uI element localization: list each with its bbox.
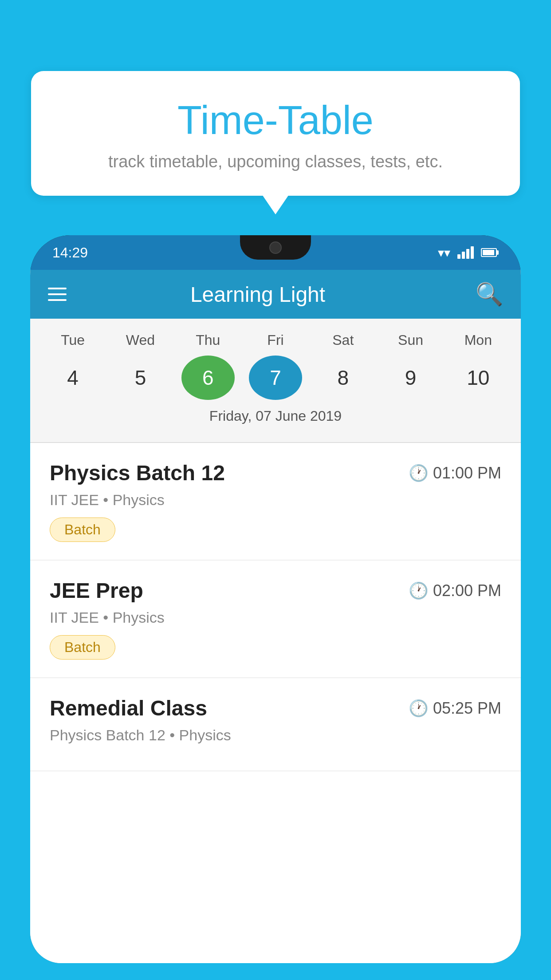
schedule-item-3-subtitle: Physics Batch 12 • Physics xyxy=(50,727,501,744)
day-6-today[interactable]: 6 xyxy=(181,356,235,400)
day-name-fri: Fri xyxy=(249,332,302,348)
day-number-row: 4 5 6 7 8 9 10 xyxy=(30,356,521,400)
status-icons: ▾▾ xyxy=(438,245,499,260)
schedule-list: Physics Batch 12 🕐 01:00 PM IIT JEE • Ph… xyxy=(30,443,521,963)
schedule-item-3-header: Remedial Class 🕐 05:25 PM xyxy=(50,696,501,720)
search-icon[interactable]: 🔍 xyxy=(476,281,503,307)
wifi-icon: ▾▾ xyxy=(438,245,450,260)
tooltip-title: Time-Table xyxy=(53,98,498,143)
schedule-item-2-title: JEE Prep xyxy=(50,578,143,603)
battery-icon xyxy=(481,248,499,257)
day-8[interactable]: 8 xyxy=(316,356,370,400)
status-time: 14:29 xyxy=(52,245,88,261)
schedule-item-1-header: Physics Batch 12 🕐 01:00 PM xyxy=(50,461,501,485)
day-10[interactable]: 10 xyxy=(452,356,505,400)
app-title: Learning Light xyxy=(40,282,476,307)
day-9[interactable]: 9 xyxy=(384,356,437,400)
day-name-row: Tue Wed Thu Fri Sat Sun Mon xyxy=(30,332,521,348)
schedule-item-2[interactable]: JEE Prep 🕐 02:00 PM IIT JEE • Physics Ba… xyxy=(30,561,521,678)
schedule-item-1-time: 🕐 01:00 PM xyxy=(409,464,501,482)
clock-icon-2: 🕐 xyxy=(409,581,429,600)
tooltip-card: Time-Table track timetable, upcoming cla… xyxy=(31,71,520,196)
status-bar: 14:29 ▾▾ xyxy=(30,235,521,270)
schedule-item-2-time: 🕐 02:00 PM xyxy=(409,581,501,600)
schedule-item-2-subtitle: IIT JEE • Physics xyxy=(50,609,501,626)
day-name-thu: Thu xyxy=(181,332,235,348)
day-7-selected[interactable]: 7 xyxy=(249,356,302,400)
schedule-item-2-header: JEE Prep 🕐 02:00 PM xyxy=(50,578,501,603)
phone-screen: Learning Light 🔍 Tue Wed Thu Fri Sat Sun… xyxy=(30,270,521,963)
notch-camera xyxy=(269,241,282,254)
schedule-item-1-subtitle: IIT JEE • Physics xyxy=(50,491,501,509)
phone-notch xyxy=(240,235,311,260)
day-name-wed: Wed xyxy=(114,332,167,348)
signal-icon xyxy=(457,246,474,259)
calendar-strip: Tue Wed Thu Fri Sat Sun Mon 4 5 6 7 8 9 … xyxy=(30,319,521,442)
clock-icon-3: 🕐 xyxy=(409,699,429,718)
day-name-sat: Sat xyxy=(316,332,370,348)
phone-container: 14:29 ▾▾ xyxy=(30,235,521,980)
selected-date-label: Friday, 07 June 2019 xyxy=(30,408,521,433)
batch-badge-2: Batch xyxy=(50,635,115,660)
day-4[interactable]: 4 xyxy=(46,356,99,400)
schedule-item-1-title: Physics Batch 12 xyxy=(50,461,225,485)
batch-badge-1: Batch xyxy=(50,518,115,542)
day-5[interactable]: 5 xyxy=(114,356,167,400)
app-toolbar: Learning Light 🔍 xyxy=(30,270,521,319)
day-name-sun: Sun xyxy=(384,332,437,348)
schedule-item-1[interactable]: Physics Batch 12 🕐 01:00 PM IIT JEE • Ph… xyxy=(30,443,521,561)
phone-body: 14:29 ▾▾ xyxy=(30,235,521,963)
day-name-mon: Mon xyxy=(452,332,505,348)
schedule-item-3-time: 🕐 05:25 PM xyxy=(409,699,501,718)
clock-icon-1: 🕐 xyxy=(409,464,429,482)
schedule-item-3[interactable]: Remedial Class 🕐 05:25 PM Physics Batch … xyxy=(30,678,521,771)
tooltip-subtitle: track timetable, upcoming classes, tests… xyxy=(53,152,498,171)
day-name-tue: Tue xyxy=(46,332,99,348)
schedule-item-3-title: Remedial Class xyxy=(50,696,207,720)
